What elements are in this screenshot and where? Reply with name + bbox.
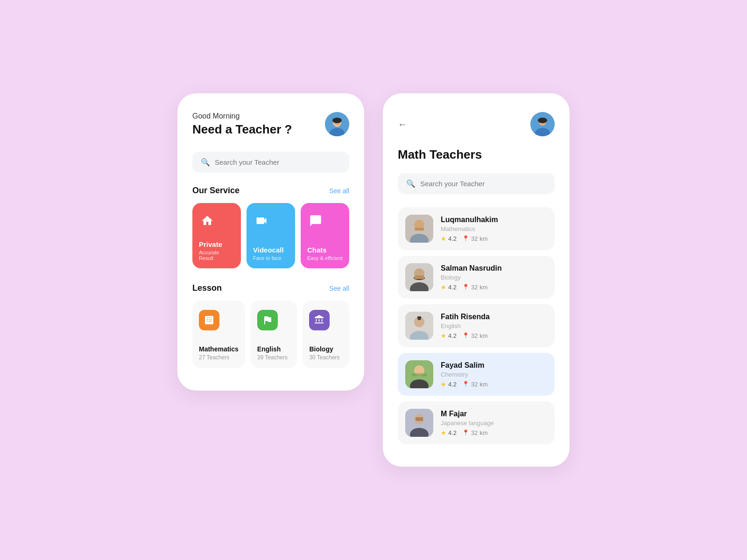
svg-rect-12 xyxy=(415,228,424,231)
teacher-subject-3: English xyxy=(441,322,547,329)
lessons-row: Mathematics 27 Teachers English 39 Teach… xyxy=(192,301,349,368)
service-card-private[interactable]: Private Accurate Result xyxy=(192,203,241,268)
services-row: Private Accurate Result Videocall Face t… xyxy=(192,203,349,268)
teacher-card-3[interactable]: Fatih Risenda English ★ 4.2 📍 32 km xyxy=(398,304,555,347)
right-search-icon: 🔍 xyxy=(406,179,416,188)
pin-icon-1: 📍 xyxy=(462,235,469,242)
left-search-input[interactable] xyxy=(215,158,341,166)
service-card-chats[interactable]: Chats Easy & efficient xyxy=(301,203,349,268)
pin-icon-2: 📍 xyxy=(462,284,469,290)
teacher-subject-2: Biology xyxy=(441,274,547,281)
user-avatar[interactable] xyxy=(325,112,349,136)
teacher-name-4: Fayad Salim xyxy=(441,361,547,370)
service-videocall-name: Videocall xyxy=(253,246,289,254)
english-lesson-name: English xyxy=(257,345,291,353)
teacher-info-5: M Fajar Japanese language ★ 4.2 📍 32 km xyxy=(441,410,547,436)
main-container: Good Morning Need a Teacher ? 🔍 Our Serv… xyxy=(177,93,570,467)
service-see-all[interactable]: See all xyxy=(329,187,349,195)
english-icon-wrap xyxy=(257,310,278,330)
teacher-rating-4: ★ 4.2 xyxy=(441,381,457,388)
svg-rect-26 xyxy=(412,373,427,376)
teacher-meta-2: ★ 4.2 📍 32 km xyxy=(441,284,547,291)
teacher-list: Luqmanulhakim Mathematics ★ 4.2 📍 32 km xyxy=(398,207,555,444)
service-section-header: Our Service See all xyxy=(192,186,349,196)
service-title: Our Service xyxy=(192,186,240,196)
svg-rect-22 xyxy=(417,316,421,318)
teacher-distance-5: 📍 32 km xyxy=(462,429,487,436)
teacher-avatar-3 xyxy=(405,312,433,340)
lesson-title: Lesson xyxy=(192,283,222,293)
star-icon-5: ★ xyxy=(441,429,446,436)
teacher-meta-3: ★ 4.2 📍 32 km xyxy=(441,332,547,339)
lesson-card-biology[interactable]: Biology 30 Teachers xyxy=(303,301,349,368)
teacher-card-4[interactable]: Fayad Salim Chemistry ★ 4.2 📍 32 km xyxy=(398,353,555,396)
teacher-avatar-4 xyxy=(405,360,433,388)
english-lesson-count: 39 Teachers xyxy=(257,354,291,361)
top-nav: ← xyxy=(398,112,555,136)
biology-lesson-name: Biology xyxy=(309,345,343,353)
teacher-name-5: M Fajar xyxy=(441,410,547,418)
teacher-name-2: Salman Nasrudin xyxy=(441,264,547,273)
search-icon: 🔍 xyxy=(201,158,210,167)
service-card-videocall[interactable]: Videocall Face to face xyxy=(247,203,295,268)
teacher-rating-2: ★ 4.2 xyxy=(441,284,457,291)
biology-lesson-count: 30 Teachers xyxy=(309,354,343,361)
right-page-title: Math Teachers xyxy=(398,147,555,162)
left-phone: Good Morning Need a Teacher ? 🔍 Our Serv… xyxy=(177,93,364,391)
teacher-distance-2: 📍 32 km xyxy=(462,284,487,291)
service-chats-sub: Easy & efficient xyxy=(307,255,343,261)
teacher-info-2: Salman Nasrudin Biology ★ 4.2 📍 32 km xyxy=(441,264,547,291)
right-user-avatar[interactable] xyxy=(530,112,555,136)
greeting-text: Good Morning xyxy=(192,112,292,120)
star-icon-1: ★ xyxy=(441,235,446,242)
teacher-info-3: Fatih Risenda English ★ 4.2 📍 32 km xyxy=(441,313,547,339)
service-chats-name: Chats xyxy=(307,246,343,254)
service-private-info: Private Accurate Result xyxy=(199,240,234,261)
math-icon-wrap xyxy=(199,310,219,330)
greeting-block: Good Morning Need a Teacher ? xyxy=(192,112,292,137)
teacher-card-1[interactable]: Luqmanulhakim Mathematics ★ 4.2 📍 32 km xyxy=(398,207,555,250)
right-phone: ← Math Teachers 🔍 xyxy=(383,93,570,467)
lesson-section-header: Lesson See all xyxy=(192,283,349,293)
math-lesson-count: 27 Teachers xyxy=(199,354,239,361)
teacher-avatar-2 xyxy=(405,263,433,291)
star-icon-4: ★ xyxy=(441,381,446,388)
lesson-see-all[interactable]: See all xyxy=(329,285,349,292)
right-search-bar[interactable]: 🔍 xyxy=(398,173,555,194)
video-icon xyxy=(253,212,270,229)
teacher-rating-1: ★ 4.2 xyxy=(441,235,457,242)
teacher-name-3: Fatih Risenda xyxy=(441,313,547,321)
svg-point-8 xyxy=(538,118,547,123)
svg-point-4 xyxy=(332,118,342,123)
math-lesson-name: Mathematics xyxy=(199,345,239,353)
pin-icon-3: 📍 xyxy=(462,332,469,339)
teacher-distance-1: 📍 32 km xyxy=(462,235,487,242)
back-button[interactable]: ← xyxy=(398,119,407,130)
service-private-sub: Accurate Result xyxy=(199,250,234,261)
teacher-name-1: Luqmanulhakim xyxy=(441,216,547,224)
teacher-subject-4: Chemistry xyxy=(441,371,547,378)
teacher-info-1: Luqmanulhakim Mathematics ★ 4.2 📍 32 km xyxy=(441,216,547,242)
biology-icon-wrap xyxy=(309,310,330,330)
left-search-bar[interactable]: 🔍 xyxy=(192,152,349,173)
lesson-card-math[interactable]: Mathematics 27 Teachers xyxy=(192,301,245,368)
teacher-meta-1: ★ 4.2 📍 32 km xyxy=(441,235,547,242)
teacher-subject-1: Mathematics xyxy=(441,225,547,232)
service-videocall-info: Videocall Face to face xyxy=(253,246,289,261)
chat-icon xyxy=(307,212,324,229)
teacher-avatar-1 xyxy=(405,215,433,243)
right-search-input[interactable] xyxy=(420,180,546,188)
star-icon-3: ★ xyxy=(441,332,446,339)
home-icon xyxy=(199,212,216,229)
teacher-subject-5: Japanese language xyxy=(441,420,547,427)
teacher-card-5[interactable]: M Fajar Japanese language ★ 4.2 📍 32 km xyxy=(398,401,555,444)
service-chats-info: Chats Easy & efficient xyxy=(307,246,343,261)
star-icon-2: ★ xyxy=(441,284,446,291)
teacher-meta-5: ★ 4.2 📍 32 km xyxy=(441,429,547,436)
pin-icon-4: 📍 xyxy=(462,381,469,387)
left-header: Good Morning Need a Teacher ? xyxy=(192,112,349,137)
lesson-card-english[interactable]: English 39 Teachers xyxy=(251,301,297,368)
teacher-card-2[interactable]: Salman Nasrudin Biology ★ 4.2 📍 32 km xyxy=(398,256,555,299)
service-private-name: Private xyxy=(199,240,234,248)
teacher-rating-5: ★ 4.2 xyxy=(441,429,457,436)
